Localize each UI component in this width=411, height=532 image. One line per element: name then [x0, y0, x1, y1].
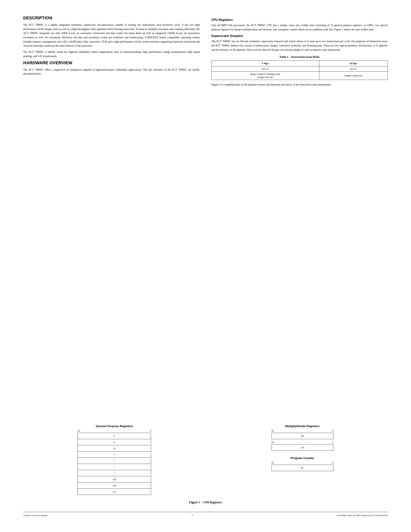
table-row: • [78, 464, 151, 470]
page: DESCRIPTION The ACT 7000SC is a highly i… [0, 0, 411, 532]
hi-cell: HI [271, 433, 333, 439]
table-row: HI [271, 433, 333, 439]
left-column: DESCRIPTION The ACT 7000SC is a highly i… [23, 16, 200, 417]
description-para1: The ACT 7000SC is a highly integrated sy… [23, 23, 200, 48]
gpr-cell: • [78, 464, 151, 470]
table-row: r1 [78, 439, 151, 445]
footer-center: 2 [192, 514, 193, 516]
footer-left: Aeroflex Circuit Technology [23, 514, 48, 516]
table-row: r2 [78, 445, 151, 452]
gpr-range-left: 63 [78, 429, 80, 432]
pc-table: PC [271, 465, 333, 471]
table-header-fpipe: F Pipe [211, 61, 319, 66]
table-cell-fpipe-oneof: one of: [211, 66, 319, 72]
footer-right: SCD7000SC REV B 7/30/01 Plainview NY (51… [337, 514, 388, 516]
mul-title: Multiply/Divide Registers [285, 424, 320, 428]
main-content: DESCRIPTION The ACT 7000SC is a highly i… [23, 16, 388, 417]
superscalar-dispatch-para1: The ACT 7000SC has an efficient symmetri… [211, 39, 388, 52]
gpr-cell: r29 [78, 476, 151, 483]
cpu-registers-title: CPU Registers [211, 18, 388, 22]
gpr-cell: r2 [78, 445, 151, 452]
table-row: LO [271, 444, 333, 451]
figure1-caption: Figure 1 – CP0 Registers [23, 501, 388, 504]
pc-range-left: 63 [271, 461, 274, 464]
table-row: • [78, 458, 151, 464]
table-row: PC [271, 465, 333, 471]
gpr-table: 0r1r2••••r29r30r31 [78, 433, 151, 495]
lo-range-right: 0 [332, 441, 333, 444]
lo-cell: LO [271, 444, 333, 451]
table-header-mpipe: M Pipe [319, 61, 388, 66]
gpr-range-right: 0 [150, 429, 151, 432]
gpr-cell: • [78, 458, 151, 464]
hardware-overview-title: HARDWARE OVERVIEW [23, 60, 200, 65]
hi-range-left: 63 [271, 429, 274, 432]
gpr-cell: 0 [78, 433, 151, 439]
hi-range: 63 0 [271, 429, 333, 432]
description-title: DESCRIPTION [23, 16, 200, 20]
table-row: r31 [78, 489, 151, 495]
lo-range-left: 63 [271, 441, 274, 444]
pc-range-right: 0 [332, 461, 333, 464]
table-cell-mpipe-types: integer, load/store [319, 72, 388, 80]
gpr-title: General Purpose Registers [96, 424, 133, 428]
gpr-cell: • [78, 470, 151, 476]
gpr-cell: • [78, 452, 151, 458]
description-para2: The ACT 7000SC is ideally suited for hig… [23, 50, 200, 58]
table-row: r29 [78, 476, 151, 483]
pc-range: 63 0 [271, 461, 333, 464]
figures-section: General Purpose Registers 63 0 0r1r2••••… [23, 424, 388, 495]
pc-title: Program Counter [290, 456, 314, 460]
gpr-cell: r1 [78, 439, 151, 445]
table-row: • [78, 452, 151, 458]
figure2-caption: Figure 2 is a simplification of the pipe… [211, 83, 388, 87]
hardware-overview-para1: The ACT 7000SC offers a high-level of in… [23, 68, 200, 76]
hi-table: HI [271, 433, 333, 439]
table-title: Table 1 – Instruction Issue Rules [211, 55, 388, 59]
table-row: • [78, 470, 151, 476]
pc-cell: PC [271, 465, 333, 471]
cpu-registers-para1: Like all MIPS ISA processors, the ACT 70… [211, 23, 388, 31]
table-row: one of: one of: [211, 66, 388, 72]
mul-group: Multiply/Divide Registers 63 0 HI 63 0 [271, 424, 333, 451]
gpr-group: General Purpose Registers 63 0 0r1r2••••… [78, 424, 151, 495]
instruction-issue-table: F Pipe M Pipe one of: one of: integer, b… [211, 61, 388, 80]
gpr-cell: r31 [78, 489, 151, 495]
table-cell-mpipe-oneof: one of: [319, 66, 388, 72]
table-cell-fpipe-types: integer, branch, floating-point,integer … [211, 72, 319, 80]
right-side-registers: Multiply/Divide Registers 63 0 HI 63 0 [271, 424, 333, 471]
footer: Aeroflex Circuit Technology 2 SCD7000SC … [23, 512, 388, 516]
superscalar-dispatch-title: Superscalar Dispatch [211, 34, 388, 38]
gpr-range: 63 0 [78, 429, 151, 432]
gpr-cell: r30 [78, 483, 151, 489]
lo-table: LO [271, 444, 333, 451]
pc-group: Program Counter 63 0 PC [271, 456, 333, 471]
table-row: integer, branch, floating-point,integer … [211, 72, 388, 80]
table-row: 0 [78, 433, 151, 439]
right-column: CPU Registers Like all MIPS ISA processo… [211, 16, 388, 417]
table-row: r30 [78, 483, 151, 489]
lo-range: 63 0 [271, 441, 333, 444]
hi-range-right: 0 [332, 429, 333, 432]
